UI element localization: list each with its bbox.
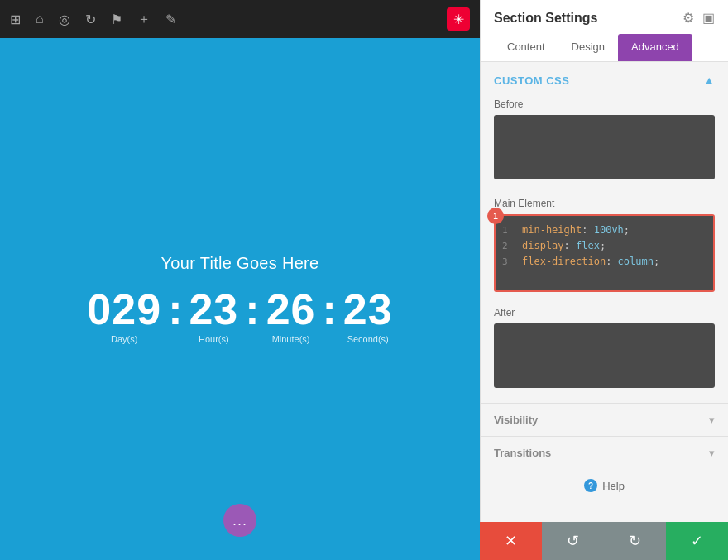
- code-val-2: flex: [576, 238, 600, 254]
- countdown-days-label: Day(s): [111, 334, 137, 344]
- countdown-seconds-label: Second(s): [347, 334, 389, 344]
- edit-icon[interactable]: ✎: [165, 12, 176, 27]
- wordpress-icon[interactable]: ⊞: [10, 12, 21, 27]
- line-num-1: 1: [502, 223, 515, 238]
- countdown-minutes-label: Minute(s): [272, 334, 310, 344]
- custom-css-toggle[interactable]: ▲: [703, 74, 715, 87]
- code-prop-1: min-height: [522, 223, 582, 238]
- code-prop-3: flex-direction: [522, 254, 606, 270]
- tab-content[interactable]: Content: [494, 34, 558, 61]
- code-line-1: 1 min-height : 100vh ;: [502, 223, 706, 238]
- asterisk-icon[interactable]: ✳: [447, 7, 470, 31]
- code-editor-inner[interactable]: 1 min-height : 100vh ; 2 display : flex …: [496, 216, 713, 290]
- help-icon: ?: [584, 479, 597, 492]
- countdown-seconds: 23 Second(s): [343, 288, 393, 344]
- before-label: Before: [481, 95, 728, 115]
- panel-body: Custom CSS ▲ Before Main Element 1 1 min…: [481, 62, 728, 560]
- custom-css-section: Custom CSS ▲ Before Main Element 1 1 min…: [481, 62, 728, 403]
- tab-design[interactable]: Design: [558, 34, 618, 61]
- separator-1: :: [161, 288, 189, 331]
- before-css-input[interactable]: [494, 115, 715, 179]
- fab-menu-button[interactable]: ...: [223, 504, 256, 537]
- code-val-1: 100vh: [594, 223, 624, 238]
- custom-css-label: Custom CSS: [494, 74, 569, 87]
- main-element-label: Main Element: [481, 194, 728, 214]
- code-line-3: 3 flex-direction : column ;: [502, 254, 706, 270]
- help-row[interactable]: ? Help: [481, 469, 728, 502]
- code-prop-2: display: [522, 238, 564, 254]
- custom-css-header: Custom CSS ▲: [481, 62, 728, 95]
- countdown-days: 029 Day(s): [87, 288, 161, 344]
- separator-2: :: [238, 288, 266, 331]
- layout-icon[interactable]: ▣: [702, 10, 715, 26]
- action-bar: ✕ ↺ ↻ ✓: [480, 522, 728, 560]
- panel-header: Section Settings ⚙ ▣ Content Design Adva…: [481, 0, 728, 62]
- transitions-chevron-icon: ▾: [709, 447, 715, 459]
- code-val-3: column: [618, 254, 654, 270]
- cancel-button[interactable]: ✕: [480, 522, 542, 560]
- undo-button[interactable]: ↺: [542, 522, 604, 560]
- countdown-days-value: 029: [87, 288, 161, 331]
- canvas-title: Your Title Goes Here: [161, 254, 319, 273]
- countdown-hours-label: Hour(s): [199, 334, 229, 344]
- main-element-editor: 1 1 min-height : 100vh ; 2 display :: [494, 214, 715, 292]
- panel-title: Section Settings: [494, 11, 597, 26]
- canvas-panel: ⊞ ⌂ ◎ ↻ ⚑ ＋ ✎ ✳ Your Title Goes Here 029…: [0, 0, 480, 560]
- countdown-hours: 23 Hour(s): [189, 288, 238, 344]
- redo-button[interactable]: ↻: [604, 522, 666, 560]
- countdown-seconds-value: 23: [343, 288, 393, 331]
- settings-cog-icon[interactable]: ⚙: [682, 10, 694, 26]
- countdown: 029 Day(s) : 23 Hour(s) : 26 Minute(s) :…: [87, 288, 392, 344]
- error-badge: 1: [487, 208, 504, 224]
- transitions-label: Transitions: [494, 447, 551, 459]
- settings-panel: Section Settings ⚙ ▣ Content Design Adva…: [480, 0, 728, 560]
- countdown-minutes: 26 Minute(s): [266, 288, 316, 344]
- help-label: Help: [602, 480, 625, 492]
- code-line-2: 2 display : flex ;: [502, 238, 706, 254]
- visibility-label: Visibility: [494, 414, 538, 426]
- panel-title-row: Section Settings ⚙ ▣: [494, 10, 715, 26]
- visibility-row[interactable]: Visibility ▾: [481, 403, 728, 436]
- tab-advanced[interactable]: Advanced: [618, 34, 692, 61]
- canvas-area: Your Title Goes Here 029 Day(s) : 23 Hou…: [0, 38, 480, 560]
- line-num-2: 2: [502, 239, 515, 254]
- tabs-row: Content Design Advanced: [494, 34, 715, 61]
- fab-dots: ...: [232, 512, 247, 529]
- after-css-input[interactable]: [494, 323, 715, 388]
- refresh-icon[interactable]: ↻: [85, 12, 96, 27]
- line-num-3: 3: [502, 255, 515, 270]
- right-panel: Section Settings ⚙ ▣ Content Design Adva…: [480, 0, 728, 560]
- transitions-row[interactable]: Transitions ▾: [481, 436, 728, 469]
- save-button[interactable]: ✓: [666, 522, 728, 560]
- plus-icon[interactable]: ＋: [137, 11, 151, 28]
- toolbar: ⊞ ⌂ ◎ ↻ ⚑ ＋ ✎ ✳: [0, 0, 480, 38]
- home-icon[interactable]: ⌂: [36, 12, 44, 26]
- globe-icon[interactable]: ◎: [59, 12, 70, 27]
- countdown-minutes-value: 26: [266, 288, 316, 331]
- separator-3: :: [315, 288, 342, 331]
- after-label: After: [481, 304, 728, 323]
- panel-header-icons: ⚙ ▣: [682, 10, 715, 26]
- countdown-hours-value: 23: [189, 288, 238, 331]
- flag-icon[interactable]: ⚑: [111, 12, 122, 27]
- visibility-chevron-icon: ▾: [709, 414, 715, 426]
